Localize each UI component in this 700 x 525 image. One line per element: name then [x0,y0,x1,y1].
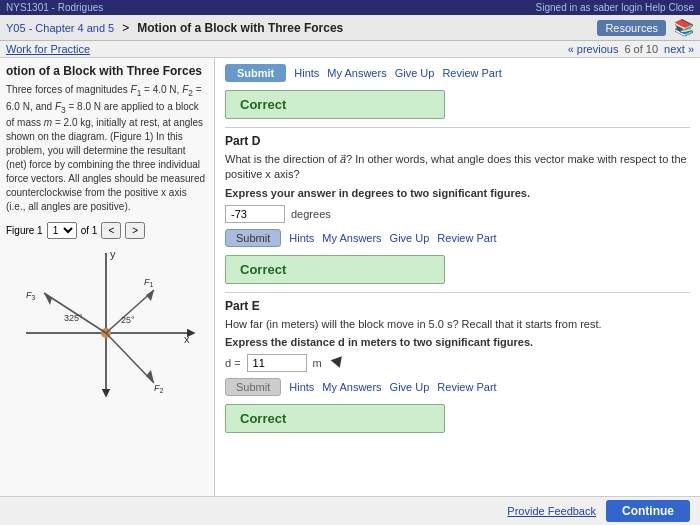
svg-text:F3: F3 [26,290,36,301]
top-action-row: Submit Hints My Answers Give Up Review P… [225,64,690,82]
bottom-bar: Provide Feedback Continue [0,496,700,525]
prev-figure-button[interactable]: < [101,222,121,239]
part-d-submit-button[interactable]: Submit [225,229,281,247]
part-d-unit: degrees [291,208,331,220]
resources-button[interactable]: Resources [597,20,666,36]
svg-text:F1: F1 [144,277,154,288]
correct-label-2: Correct [240,262,286,277]
book-icon: 📚 [674,18,694,37]
correct-label-1: Correct [240,97,286,112]
top-bar: NYS1301 - Rodrigues Signed in as saber l… [0,0,700,15]
divider-1 [225,127,690,128]
part-d-label: Part D [225,134,690,148]
provide-feedback-link[interactable]: Provide Feedback [507,505,596,517]
part-e-hints-link[interactable]: Hints [289,381,314,393]
svg-text:325°: 325° [64,313,83,323]
part-d-action-row: Submit Hints My Answers Give Up Review P… [225,229,690,247]
cursor-icon [330,356,345,370]
figure-label: Figure 1 [6,225,43,236]
left-panel: otion of a Block with Three Forces Three… [0,58,215,523]
part-d-my-answers-link[interactable]: My Answers [322,232,381,244]
part-e-unit: m [313,357,322,369]
f3-label: F3 = 8.0 N [55,101,101,112]
part-e-review-link[interactable]: Review Part [437,381,496,393]
give-up-top-link[interactable]: Give Up [395,67,435,79]
figure-select[interactable]: 1 [47,222,77,239]
submit-top-button[interactable]: Submit [225,64,286,82]
problem-title: otion of a Block with Three Forces [6,64,208,78]
svg-text:25°: 25° [121,315,135,325]
user-info: NYS1301 - Rodrigues [6,2,103,13]
svg-line-5 [106,290,154,333]
page-info: 6 of 10 [624,43,658,55]
part-e-action-row: Submit Hints My Answers Give Up Review P… [225,378,690,396]
part-e-my-answers-link[interactable]: My Answers [322,381,381,393]
part-e-prefix: d = [225,357,241,369]
nav-separator: > [122,21,129,35]
continue-button[interactable]: Continue [606,500,690,522]
diagram-area: y x F1 25° F3 325° [6,243,206,403]
svg-text:x: x [184,333,190,345]
figure-controls: Figure 1 1 of 1 < > [6,222,208,239]
svg-text:y: y [110,248,116,260]
correct-box-3: Correct [225,404,445,433]
correct-box-1: Correct [225,90,445,119]
part-d-express: Express your answer in degrees to two si… [225,187,690,199]
review-part-top-link[interactable]: Review Part [442,67,501,79]
auth-info: Signed in as saber login Help Close [536,2,694,13]
work-for-practice-link[interactable]: Work for Practice [6,43,90,55]
part-e-give-up-link[interactable]: Give Up [390,381,430,393]
main-content: otion of a Block with Three Forces Three… [0,58,700,523]
page-title: Motion of a Block with Three Forces [137,21,343,35]
right-panel: Submit Hints My Answers Give Up Review P… [215,58,700,523]
part-e-label: Part E [225,299,690,313]
svg-text:F2: F2 [154,383,164,394]
next-figure-button[interactable]: > [125,222,145,239]
problem-text: Three forces of magnitudes F1 = 4.0 N, F… [6,83,208,214]
part-e-express: Express the distance d in meters to two … [225,336,690,348]
part-d-answer-row: degrees [225,205,690,223]
part-e-answer-row: d = m [225,354,690,372]
divider-2 [225,292,690,293]
part-d-give-up-link[interactable]: Give Up [390,232,430,244]
correct-box-2: Correct [225,255,445,284]
part-d-section: Part D What is the direction of a⃗? In o… [225,134,690,247]
part-d-answer-input[interactable] [225,205,285,223]
work-bar: Work for Practice « previous 6 of 10 nex… [0,41,700,58]
next-link[interactable]: next » [664,43,694,55]
part-e-section: Part E How far (in meters) will the bloc… [225,299,690,396]
svg-marker-6 [146,290,154,301]
correct-label-3: Correct [240,411,286,426]
part-d-review-link[interactable]: Review Part [437,232,496,244]
prev-link[interactable]: « previous [568,43,619,55]
part-e-answer-input[interactable] [247,354,307,372]
of-label: of 1 [81,225,98,236]
part-d-question: What is the direction of a⃗? In other wo… [225,152,690,183]
part-e-question: How far (in meters) will the block move … [225,317,690,332]
f1-label: F1 = 4.0 N [131,84,177,95]
pagination: « previous 6 of 10 next » [568,43,694,55]
chapter-link[interactable]: Y05 - Chapter 4 and 5 [6,22,114,34]
hints-top-link[interactable]: Hints [294,67,319,79]
svg-marker-14 [146,370,154,383]
nav-bar: Y05 - Chapter 4 and 5 > Motion of a Bloc… [0,15,700,41]
part-d-hints-link[interactable]: Hints [289,232,314,244]
my-answers-top-link[interactable]: My Answers [327,67,386,79]
part-e-submit-button[interactable]: Submit [225,378,281,396]
